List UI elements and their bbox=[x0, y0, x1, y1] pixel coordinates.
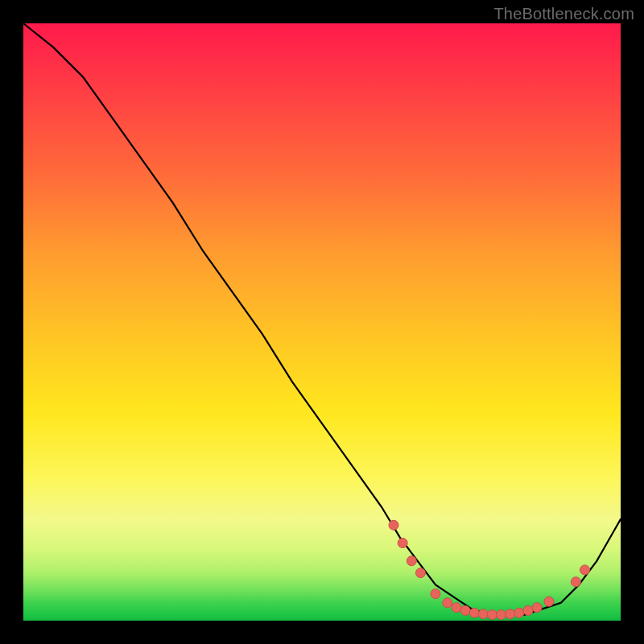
chart-svg bbox=[23, 23, 621, 621]
curve-marker bbox=[415, 568, 425, 578]
curve-marker bbox=[532, 603, 542, 613]
curve-marker bbox=[544, 597, 554, 606]
curve-marker bbox=[460, 605, 470, 615]
curve-marker bbox=[523, 605, 533, 615]
curve-marker bbox=[487, 610, 497, 620]
curve-marker bbox=[478, 609, 488, 619]
curve-marker bbox=[497, 610, 506, 620]
curve-marker bbox=[452, 603, 461, 613]
curve-marker bbox=[407, 556, 416, 566]
plot-area bbox=[23, 23, 621, 621]
curve-marker bbox=[571, 577, 580, 587]
watermark-text: TheBottleneck.com bbox=[493, 5, 634, 23]
curve-marker bbox=[398, 539, 407, 548]
curve-marker bbox=[443, 598, 452, 608]
bottleneck-curve bbox=[23, 23, 621, 615]
curve-marker bbox=[389, 520, 398, 530]
curve-marker bbox=[469, 608, 479, 617]
curve-marker bbox=[431, 589, 440, 599]
chart-frame: TheBottleneck.com bbox=[0, 0, 644, 644]
curve-marker bbox=[506, 609, 515, 619]
curve-markers bbox=[389, 520, 589, 619]
curve-marker bbox=[514, 608, 524, 617]
curve-marker bbox=[580, 565, 589, 575]
